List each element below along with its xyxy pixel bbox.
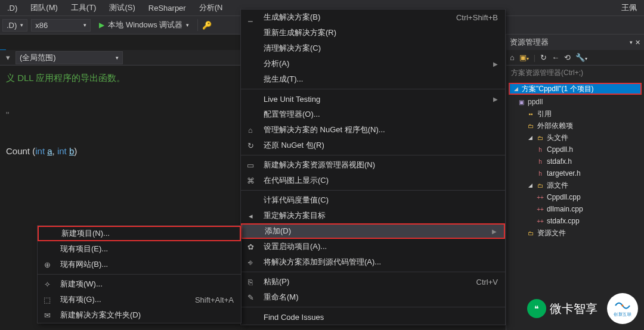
explorer-tree: ◢方案"Cppdll"(1 个项目) ▣ppdll ▪▪引用 🗀外部依赖项 ◢🗀…: [506, 80, 644, 240]
ctx-main-item[interactable]: 分析(A)▶: [241, 56, 505, 71]
sync-icon[interactable]: ⟲: [564, 53, 571, 62]
menu-label: 设置启动项目(A)...: [264, 241, 498, 252]
ctx-main-item[interactable]: 添加(D)▶: [241, 223, 505, 239]
menu-label: 生成解决方案(B): [264, 12, 436, 23]
brand-logo: 创新互联: [607, 293, 638, 324]
menu-tools[interactable]: 工具(T): [66, 1, 101, 14]
menu-label: 管理解决方案的 NuGet 程序包(N)...: [264, 124, 498, 135]
ctx-main-item[interactable]: Find Code Issues: [241, 309, 505, 325]
menu-test[interactable]: 测试(S): [104, 1, 140, 14]
ctx-main-item[interactable]: ◂重定解决方案目标: [241, 208, 505, 223]
scope-dropdown[interactable]: (全局范围)▾: [16, 51, 123, 64]
watermarks: ❝微卡智享 创新互联: [527, 293, 638, 324]
project-node[interactable]: ▣ppdll: [506, 96, 644, 108]
menu-icon: ⬚: [40, 295, 54, 304]
ctx-main-item[interactable]: ✿设置启动项目(A)...: [241, 239, 505, 254]
ctx-main-item[interactable]: ⎯生成解决方案(B)Ctrl+Shift+B: [241, 10, 505, 25]
context-menu-main: ⎯生成解决方案(B)Ctrl+Shift+B重新生成解决方案(R)清理解决方案(…: [240, 9, 506, 325]
menu-d[interactable]: .D): [2, 2, 22, 14]
menu-icon: ⌘: [243, 176, 258, 185]
submenu-arrow-icon: ▶: [493, 96, 498, 102]
menu-label: 分析(A): [264, 58, 487, 69]
menu-label: 添加(D): [265, 226, 486, 236]
ctx-sub-item[interactable]: 新建项目(N)...: [38, 226, 241, 241]
menu-label: 配置管理器(O)...: [264, 109, 498, 120]
menu-icon: ✎: [243, 293, 258, 302]
menu-icon: ↻: [243, 141, 258, 150]
ctx-main-item[interactable]: ⌂管理解决方案的 NuGet 程序包(N)...: [241, 122, 505, 138]
ctx-main-item[interactable]: 配置管理器(O)...: [241, 107, 505, 122]
menu-icon: ⎘: [243, 278, 258, 287]
wechat-icon: ❝: [527, 299, 546, 318]
wechat-watermark: ❝微卡智享: [527, 299, 597, 318]
ctx-sub-item[interactable]: 现有项目(E)...: [38, 241, 241, 257]
back-icon[interactable]: ←: [552, 53, 559, 62]
menu-label: 计算代码度量值(C): [264, 195, 498, 206]
svg-point-0: [622, 305, 624, 307]
chevron-down-icon[interactable]: ▾: [630, 39, 633, 45]
menu-icon: ⎯: [243, 13, 258, 22]
ctx-sub-item[interactable]: ⬚现有项(G)...Shift+Alt+A: [38, 292, 241, 307]
file-node[interactable]: ++Cppdll.cpp: [506, 191, 644, 203]
menu-team[interactable]: 团队(M): [26, 1, 63, 14]
ctx-main-item[interactable]: 批生成(T)...: [241, 71, 505, 87]
start-debug-button[interactable]: ▶本地 Windows 调试器▾: [94, 18, 194, 32]
ctx-main-item[interactable]: ⌘在代码图上显示(C): [241, 173, 505, 188]
ctx-main-item[interactable]: ✎重命名(M): [241, 289, 505, 305]
close-icon[interactable]: ✕: [635, 39, 640, 46]
menu-label: 清理解决方案(C): [264, 43, 498, 54]
ctx-sub-item[interactable]: ⊕现有网站(B)...: [38, 257, 241, 272]
context-menu-add: 新建项目(N)...现有项目(E)...⊕现有网站(B)...✧新建项(W)..…: [37, 225, 242, 323]
play-icon: ▶: [99, 21, 104, 29]
file-node[interactable]: hstdafx.h: [506, 155, 644, 167]
menu-icon: ⎆: [243, 258, 258, 267]
ctx-sub-item[interactable]: ✧新建项(W)...: [38, 276, 241, 292]
menu-label: 现有项目(E)...: [60, 244, 234, 254]
search-placeholder[interactable]: 方案资源管理器(Ctrl+;): [506, 66, 644, 80]
menu-icon: ✧: [40, 280, 54, 289]
menu-label: 批生成(T)...: [264, 74, 498, 85]
headers-folder[interactable]: ◢🗀头文件: [506, 132, 644, 144]
sources-folder[interactable]: ◢🗀源文件: [506, 179, 644, 191]
scope-icon[interactable]: ▣▾: [519, 53, 529, 62]
file-node[interactable]: ++stdafx.cpp: [506, 215, 644, 227]
file-node[interactable]: hCppdll.h: [506, 144, 644, 155]
ctx-main-item[interactable]: 计算代码度量值(C): [241, 192, 505, 208]
wrench-icon[interactable]: 🔧▾: [575, 53, 587, 62]
external-deps-node[interactable]: 🗀外部依赖项: [506, 120, 644, 132]
panel-title: 资源管理器: [510, 37, 627, 48]
menu-label: 粘贴(P): [264, 276, 456, 287]
chevron-down-icon: ▾: [83, 22, 86, 28]
refresh-icon[interactable]: ↻: [540, 53, 547, 62]
ctx-main-item[interactable]: 清理解决方案(C): [241, 41, 505, 56]
side-toolbar: ⌂ ▣▾ | ↻ ← ⟲ 🔧▾: [506, 50, 644, 66]
file-node[interactable]: htargetver.h: [506, 167, 644, 179]
ctx-main-item[interactable]: Live Unit Testing▶: [241, 91, 505, 107]
ctx-main-item[interactable]: 重新生成解决方案(R): [241, 25, 505, 41]
solution-node[interactable]: ◢方案"Cppdll"(1 个项目): [509, 83, 642, 95]
menu-icon: ✉: [40, 311, 54, 320]
config-dropdown[interactable]: .D)▾: [2, 19, 27, 32]
resources-folder[interactable]: 🗀资源文件: [506, 227, 644, 239]
file-node[interactable]: ++dllmain.cpp: [506, 203, 644, 215]
menu-label: 将解决方案添加到源代码管理(A)...: [264, 257, 498, 267]
ctx-main-item[interactable]: ↻还原 NuGet 包(R): [241, 138, 505, 153]
arch-dropdown[interactable]: x86▾: [31, 19, 91, 32]
tool-icon[interactable]: 🔑: [202, 20, 212, 30]
ctx-main-item[interactable]: ⎘粘贴(P)Ctrl+V: [241, 274, 505, 289]
menu-icon: ▭: [243, 161, 258, 170]
ctx-sub-item[interactable]: ✉新建解决方案文件夹(D): [38, 307, 241, 323]
menu-icon: ⊕: [40, 260, 54, 269]
chevron-down-icon[interactable]: ▾: [2, 52, 13, 63]
chevron-down-icon: ▾: [20, 22, 23, 28]
ctx-main-item[interactable]: ⎆将解决方案添加到源代码管理(A)...: [241, 254, 505, 270]
ctx-main-item[interactable]: ▭新建解决方案资源管理器视图(N): [241, 157, 505, 173]
menu-resharper[interactable]: ReSharper: [144, 2, 191, 14]
menu-label: 现有项(G)...: [60, 294, 175, 305]
home-icon[interactable]: ⌂: [510, 53, 515, 62]
references-node[interactable]: ▪▪引用: [506, 108, 644, 120]
user-label[interactable]: 王佩: [617, 1, 642, 14]
solution-explorer: 资源管理器 ▾ ✕ ⌂ ▣▾ | ↻ ← ⟲ 🔧▾ 方案资源管理器(Ctrl+;…: [506, 35, 644, 330]
menu-label: 新建项目(N)...: [61, 228, 233, 239]
menu-analyze[interactable]: 分析(N: [194, 1, 228, 14]
